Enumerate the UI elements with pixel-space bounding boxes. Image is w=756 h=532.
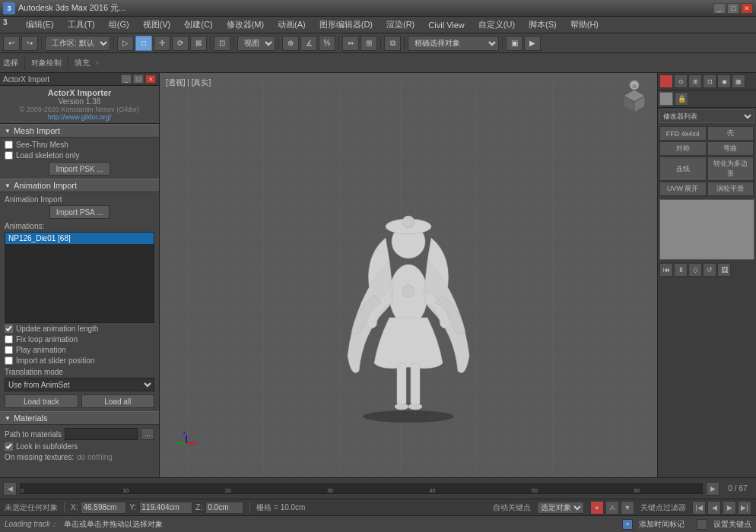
x-input[interactable]	[81, 502, 126, 514]
menu-create[interactable]: 创建(C)	[178, 17, 218, 32]
menu-script[interactable]: 脚本(S)	[523, 17, 563, 32]
materials-section-header[interactable]: ▼ Materials	[0, 411, 159, 425]
maximize-button[interactable]: □	[727, 3, 739, 14]
mirror-button[interactable]: ⇔	[342, 36, 359, 51]
select-button[interactable]: ▷	[117, 36, 134, 51]
play-btn-4[interactable]: ▶|	[738, 501, 751, 515]
wire-button[interactable]: 连线	[659, 157, 707, 181]
symmetry-button[interactable]: 对称	[659, 141, 707, 156]
bend-button[interactable]: 弯曲	[707, 141, 754, 156]
object-color-swatch[interactable]	[659, 92, 673, 106]
uvw-button[interactable]: UVW 展开	[659, 182, 707, 196]
align-button[interactable]: ⊞	[361, 36, 377, 51]
panel-restore-btn[interactable]: □	[133, 74, 144, 84]
convert-poly-button[interactable]: 转化为多边形	[707, 157, 754, 181]
window-controls: _ □ ✕	[713, 3, 753, 14]
panel-minimize-btn[interactable]: _	[121, 74, 132, 84]
redo-button[interactable]: ↪	[21, 36, 38, 51]
animations-list[interactable]: NP126_Die01 [68]	[5, 232, 154, 323]
layer-manager[interactable]: ⧉	[384, 36, 401, 51]
reference-coord[interactable]: ⊡	[214, 36, 230, 51]
modifier-list-dropdown[interactable]: 修改器列表	[659, 109, 754, 123]
render-setup[interactable]: ▣	[506, 36, 523, 51]
play-anim-checkbox[interactable]	[5, 346, 13, 354]
rp-icon-btn-2[interactable]: ⊞	[688, 74, 702, 88]
menu-edit[interactable]: 编辑(E)	[20, 17, 60, 32]
play-btn-1[interactable]: |◀	[692, 501, 706, 515]
import-psk-button[interactable]: Import PSK ...	[49, 162, 110, 176]
menu-view[interactable]: 视图(V)	[137, 17, 177, 32]
workspace-dropdown[interactable]: 工作区: 默认	[45, 36, 110, 51]
menu-civil-view[interactable]: Civil View	[422, 19, 470, 31]
path-materials-input[interactable]	[65, 428, 138, 440]
play-btn-3[interactable]: ▶	[723, 501, 736, 515]
animation-import-section-header[interactable]: ▼ Animation Import	[0, 179, 159, 192]
key-filter-button[interactable]: ▼	[621, 501, 634, 515]
close-button[interactable]: ✕	[741, 3, 753, 14]
rp-icon-btn-5[interactable]: ▦	[732, 74, 745, 88]
ffd-button[interactable]: FFD 4x4x4	[659, 126, 707, 141]
rp-color-red[interactable]	[659, 74, 673, 88]
menu-customize[interactable]: 自定义(U)	[472, 17, 521, 32]
rp-icon-btn-4[interactable]: ◉	[717, 74, 731, 88]
render-button[interactable]: ▶	[524, 36, 541, 51]
lock-icon[interactable]: 🔒	[675, 92, 688, 106]
playback-icon-2[interactable]: ⏸	[674, 263, 688, 277]
anim-item-0[interactable]: NP126_Die01 [68]	[5, 233, 154, 244]
selection-set[interactable]: 精确选择对象	[408, 36, 499, 51]
menu-group[interactable]: 组(G)	[103, 17, 135, 32]
scale-button[interactable]: ⊠	[190, 36, 207, 51]
minimize-button[interactable]: _	[713, 3, 726, 14]
rp-icon-btn-3[interactable]: ⊡	[703, 74, 716, 88]
svg-text:⊙: ⊙	[632, 84, 637, 89]
select-region-button[interactable]: □	[135, 36, 152, 51]
undo-button[interactable]: ↩	[3, 36, 20, 51]
rp-icon-btn-1[interactable]: ⊙	[674, 74, 688, 88]
timeline-next-btn[interactable]: ▶	[706, 482, 719, 496]
load-track-button[interactable]: Load track	[5, 394, 78, 408]
menu-graph-editor[interactable]: 图形编辑器(D)	[313, 17, 379, 32]
load-skeleton-checkbox[interactable]	[5, 151, 13, 160]
viewport-dropdown[interactable]: 视图	[237, 36, 275, 51]
set-key-dropdown[interactable]: 选定对象	[537, 502, 584, 514]
angle-snap[interactable]: ∡	[300, 36, 317, 51]
menu-help[interactable]: 帮助(H)	[564, 17, 605, 32]
set-key-indicator[interactable]	[697, 519, 707, 530]
snap-toggle[interactable]: ⊕	[282, 36, 299, 51]
browse-button[interactable]: ...	[141, 428, 154, 440]
viewport[interactable]: [透视] | [真实] ⊙	[160, 73, 657, 477]
look-subfolders-checkbox[interactable]	[5, 442, 13, 451]
load-all-button[interactable]: Load all	[81, 394, 155, 408]
y-input[interactable]	[139, 502, 192, 514]
fix-loop-checkbox[interactable]	[5, 335, 13, 344]
timeline-bar[interactable]: 0 10 20 30 40 50 60	[20, 483, 703, 494]
timeline-prev-btn[interactable]: ◀	[3, 482, 17, 496]
mesh-import-section-header[interactable]: ▼ Mesh Import	[0, 124, 159, 138]
playback-icon-5[interactable]: 🖼	[717, 263, 731, 277]
update-anim-length-checkbox[interactable]	[5, 325, 13, 333]
menu-modifier[interactable]: 修改器(M)	[221, 17, 271, 32]
playback-icon-3[interactable]: ◇	[688, 263, 702, 277]
turbosmooth-button[interactable]: 涡轮平滑	[707, 182, 754, 196]
actorx-website[interactable]: http://www.gildor.org/	[5, 113, 154, 121]
menu-tools[interactable]: 工具(T)	[62, 17, 101, 32]
import-psa-button[interactable]: Import PSA ...	[49, 205, 110, 219]
translation-mode-select[interactable]: Use from AnimSet Use from PSA Force mesh	[5, 378, 154, 391]
auto-key-toggle[interactable]: A	[605, 501, 619, 515]
rotate-button[interactable]: ⟳	[172, 36, 189, 51]
play-btn-2[interactable]: ◀	[707, 501, 721, 515]
panel-close-btn[interactable]: ✕	[145, 74, 156, 84]
import-slider-checkbox[interactable]	[5, 356, 13, 365]
set-key-button[interactable]: ●	[590, 501, 604, 515]
add-tag-button[interactable]: +	[622, 519, 633, 530]
shell-button[interactable]: 壳	[707, 126, 754, 141]
navigation-cube[interactable]: ⊙	[618, 79, 651, 112]
playback-icon-1[interactable]: ⏮	[659, 263, 673, 277]
menu-animation[interactable]: 动画(A)	[272, 17, 312, 32]
playback-icon-4[interactable]: ↺	[703, 263, 716, 277]
percent-snap[interactable]: %	[319, 36, 335, 51]
move-button[interactable]: ✛	[154, 36, 170, 51]
z-input[interactable]	[205, 502, 243, 514]
menu-render[interactable]: 渲染(R)	[380, 17, 421, 32]
see-thru-checkbox[interactable]	[5, 141, 13, 149]
